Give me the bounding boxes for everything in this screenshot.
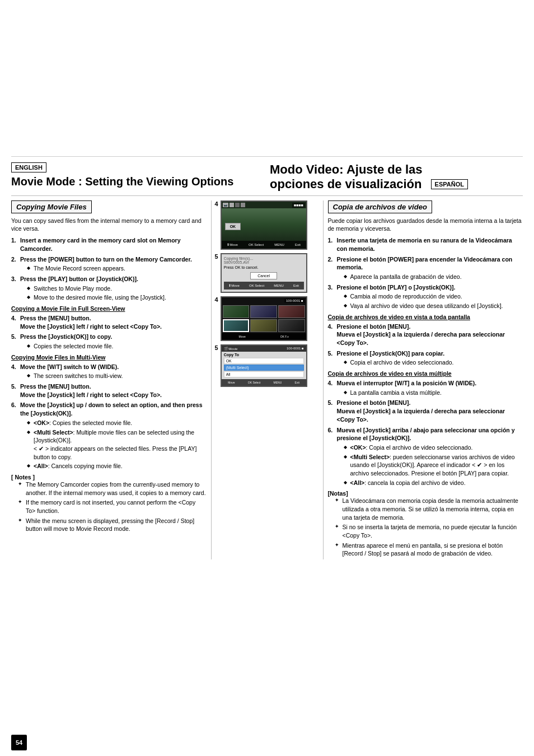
list-item: 1.Insert a memory card in the memory car… xyxy=(11,236,207,253)
spanish-main-title: Modo Video: Ajuste de las opciones de vi… xyxy=(270,162,425,191)
list-item: <All>: Cancels copying movie file. xyxy=(27,462,207,470)
mv-move: Move xyxy=(239,335,246,338)
thumb-6 xyxy=(278,319,305,332)
dlg-move: ⬆Move xyxy=(228,283,240,287)
movie-label: 🎬 Movie xyxy=(224,347,238,351)
list-item: The screen switches to multi-view. xyxy=(27,372,207,380)
english-steps-3: 4.Move the [W/T] switch to W (WIDE). The… xyxy=(11,363,207,470)
title-bar: ENGLISH Movie Mode : Setting the Viewing… xyxy=(11,162,523,196)
list-item: 1.Inserte una tarjeta de memoria en su r… xyxy=(328,236,523,253)
content-columns: Copying Movie Files You can copy saved f… xyxy=(11,200,523,559)
list-item: Copia el archivo de video seleccionado. xyxy=(344,358,523,367)
copy-menu-header: 🎬 Movie 100-0001 ■ xyxy=(222,346,306,352)
dlg-menu: MENU xyxy=(274,284,284,287)
spanish-content: Copia de archivos de video Puede copiar … xyxy=(324,200,523,559)
english-notes: [ Notes ] The Memory Camcorder copies fr… xyxy=(11,474,207,533)
cancel-btn-area: Cancel xyxy=(224,272,304,279)
screen-row-5b: 5 🎬 Movie 100-0001 ■ Copy To OK (Multi S… xyxy=(215,344,320,387)
list-item: 6.Mueva el [Joystick] arriba / abajo par… xyxy=(328,426,523,487)
spanish-notes-list: La Videocámara con memoria copia desde l… xyxy=(328,497,523,558)
page: ENGLISH Movie Mode : Setting the Viewing… xyxy=(0,0,534,756)
cm-exit: Exit xyxy=(295,381,299,384)
list-item: 5.Presione el [Joystick(OK)] para copiar… xyxy=(328,349,523,367)
english-title-section: ENGLISH Movie Mode : Setting the Viewing… xyxy=(11,162,264,192)
copy-menu-body: Copy To OK (Multi Select) All xyxy=(222,352,306,379)
spanish-title-section: Modo Video: Ajuste de las opciones de vi… xyxy=(264,162,523,192)
icon1 xyxy=(229,203,234,207)
ok-button-overlay[interactable]: OK xyxy=(225,223,241,230)
english-intro: You can copy saved files from the intern… xyxy=(11,217,207,233)
dlg-select: OK Select xyxy=(249,284,264,287)
english-badge: ENGLISH xyxy=(11,162,46,172)
cm-move: Move xyxy=(228,381,235,384)
list-item: La pantalla cambia a vista múltiple. xyxy=(344,389,523,397)
screen-number-5b: 5 xyxy=(215,344,218,351)
list-item: Si no se inserta la tarjeta de memoria, … xyxy=(335,523,523,539)
list-item: 4.Mueva el interruptor [W/T] a la posici… xyxy=(328,379,523,396)
list-item: 5.Press the [MENU] button.Move the [Joys… xyxy=(11,382,207,399)
list-item: <Multi Select>: Multiple movie files can… xyxy=(27,428,207,461)
screen-5b: 🎬 Movie 100-0001 ■ Copy To OK (Multi Sel… xyxy=(221,344,307,387)
screen-row-4b: 4 100-0001 ■ xyxy=(215,296,320,341)
screenshots-column: 4 📷 ■■■■ xyxy=(212,200,324,559)
list-item: 5.Press the [Joystick(OK)] to copy. Copi… xyxy=(11,333,207,350)
spanish-subsection2: Copia de archivos de video en vista múlt… xyxy=(328,370,523,377)
english-subsection2: Copying Movie Files in Multi-View xyxy=(11,354,207,361)
menu-label: MENU xyxy=(274,243,284,246)
thumb-3 xyxy=(278,305,305,318)
thumb-4-selected xyxy=(223,319,250,332)
copy-menu-screen: 🎬 Movie 100-0001 ■ Copy To OK (Multi Sel… xyxy=(221,344,307,387)
page-number: 54 xyxy=(11,735,27,750)
screen-top-bar: 📷 ■■■■ xyxy=(223,203,305,208)
list-item: While the menu screen is displayed, pres… xyxy=(18,517,207,533)
multiview-screen: 100-0001 ■ Move OK F.v xyxy=(221,296,307,341)
spanish-intro: Puede copiar los archivos guardados desd… xyxy=(328,217,523,233)
english-content: Copying Movie Files You can copy saved f… xyxy=(11,200,212,559)
camera-icon: 📷 xyxy=(223,203,228,207)
list-item: <All>: cancela la copia del archivo de v… xyxy=(344,479,523,487)
spanish-steps-1: 1.Inserte una tarjeta de memoria en su r… xyxy=(328,236,523,310)
notes-list: The Memory Camcorder copies from the cur… xyxy=(11,480,207,533)
counter-label: 100-0001 ■ xyxy=(287,347,304,351)
spanish-badge: ESPAÑOL xyxy=(431,179,468,189)
copy-menu-bottom-bar: Move OK Select MENU Exit xyxy=(222,379,306,386)
list-item: 2.Presione el botón [POWER] para encende… xyxy=(328,255,523,281)
thumb-1 xyxy=(223,305,250,318)
screen-4a: 📷 ■■■■ OK ⬆Move xyxy=(221,200,307,250)
list-item: 3.Press the [PLAY] button or [Joystick(O… xyxy=(11,275,207,302)
list-item: 5.Presione el botón [MENU].Mueva el [Joy… xyxy=(328,399,523,423)
screen-row-5a: 5 Copying film(s)...S80V0005.AVI Press O… xyxy=(215,253,320,293)
dialog-bottom-bar: ⬆Move OK Select MENU Exit xyxy=(224,282,304,290)
list-item: Copies the selected movie file. xyxy=(27,342,207,351)
camera-screen-4a: 📷 ■■■■ OK ⬆Move xyxy=(221,200,307,250)
ok-option[interactable]: OK xyxy=(224,358,304,364)
copy-to-label: Copy To xyxy=(224,353,304,357)
list-item: 2.Press the [POWER] button to turn on th… xyxy=(11,255,207,273)
icon3 xyxy=(241,203,245,207)
dlg-exit: Exit xyxy=(293,284,299,287)
spanish-subsection1: Copia de archivos de video en vista a to… xyxy=(328,314,523,320)
list-item: <OK>: Copies the selected movie file. xyxy=(27,419,207,427)
list-item: Vaya al archivo de video que desea utili… xyxy=(344,302,523,310)
list-item: Aparece la pantalla de grabación de vide… xyxy=(344,273,523,281)
list-item: 4.Presione el botón [MENU].Mueva el [Joy… xyxy=(328,323,523,347)
list-item: If the memory card is not inserted, you … xyxy=(18,498,207,515)
list-item: <Multi Select>: pueden seleccionarse var… xyxy=(344,453,523,478)
list-item: 4.Move the [W/T] switch to W (WIDE). The… xyxy=(11,363,207,380)
list-item: 6.Move the [Joystick] up / down to selec… xyxy=(11,401,207,470)
english-steps-1: 1.Insert a memory card in the memory car… xyxy=(11,236,207,302)
multi-select-option[interactable]: (Multi Select) xyxy=(224,365,304,371)
english-main-title: Movie Mode : Setting the Viewing Options xyxy=(11,175,264,188)
list-item: The Memory Camcorder copies from the cur… xyxy=(18,480,207,497)
all-option[interactable]: All xyxy=(224,371,304,377)
select-label: OK Select xyxy=(249,243,264,246)
spanish-notes-title: [Notas] xyxy=(328,490,523,497)
cancel-button[interactable]: Cancel xyxy=(250,272,277,279)
screen-row-4a: 4 📷 ■■■■ xyxy=(215,200,320,250)
list-item: <OK>: Copia el archivo de video seleccio… xyxy=(344,444,523,452)
notes-title: [ Notes ] xyxy=(11,474,207,480)
list-item: Switches to Movie Play mode. xyxy=(27,284,207,293)
screen-number-4b: 4 xyxy=(215,296,218,303)
copy-dialog-screen: Copying film(s)...S80V0005.AVI Press OK … xyxy=(221,253,307,293)
list-item: 3.Presione el botón [PLAY] o [Joystick(O… xyxy=(328,283,523,310)
